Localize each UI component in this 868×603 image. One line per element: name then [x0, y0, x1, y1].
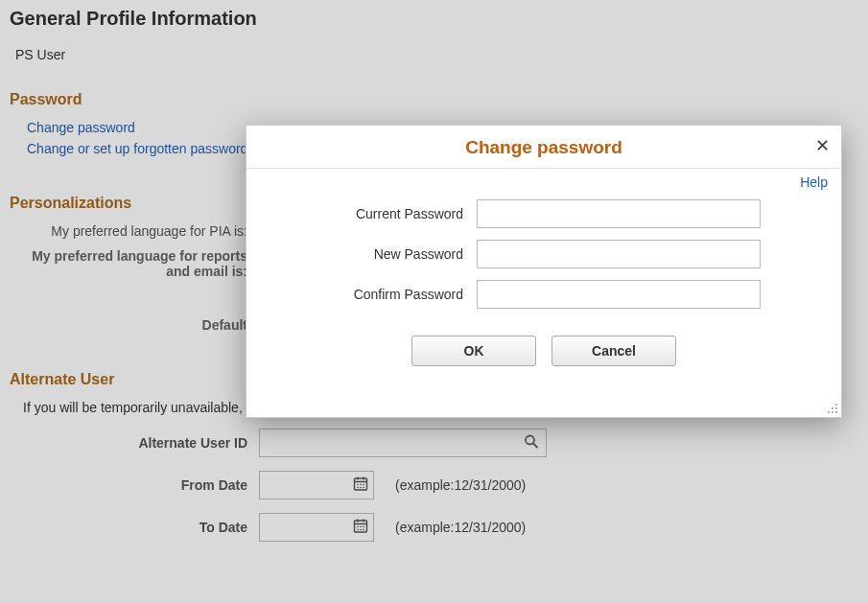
- modal-title: Change password: [465, 137, 622, 157]
- current-password-input[interactable]: [477, 199, 761, 228]
- help-link[interactable]: Help: [800, 174, 828, 190]
- current-password-label: Current Password: [285, 206, 477, 221]
- confirm-password-input[interactable]: [477, 280, 761, 309]
- svg-point-24: [835, 407, 837, 409]
- confirm-password-label: Confirm Password: [285, 287, 477, 302]
- close-icon[interactable]: ✕: [815, 137, 830, 154]
- ok-button[interactable]: OK: [411, 336, 536, 366]
- svg-point-25: [828, 411, 830, 413]
- svg-point-23: [832, 407, 833, 409]
- svg-point-22: [835, 404, 837, 406]
- svg-point-26: [832, 411, 833, 413]
- resize-grip-icon[interactable]: [826, 402, 839, 415]
- new-password-label: New Password: [285, 246, 477, 262]
- cancel-button[interactable]: Cancel: [551, 336, 676, 366]
- new-password-input[interactable]: [477, 240, 761, 268]
- change-password-modal: Change password ✕ Help Current Password …: [246, 125, 842, 418]
- svg-point-27: [835, 411, 837, 413]
